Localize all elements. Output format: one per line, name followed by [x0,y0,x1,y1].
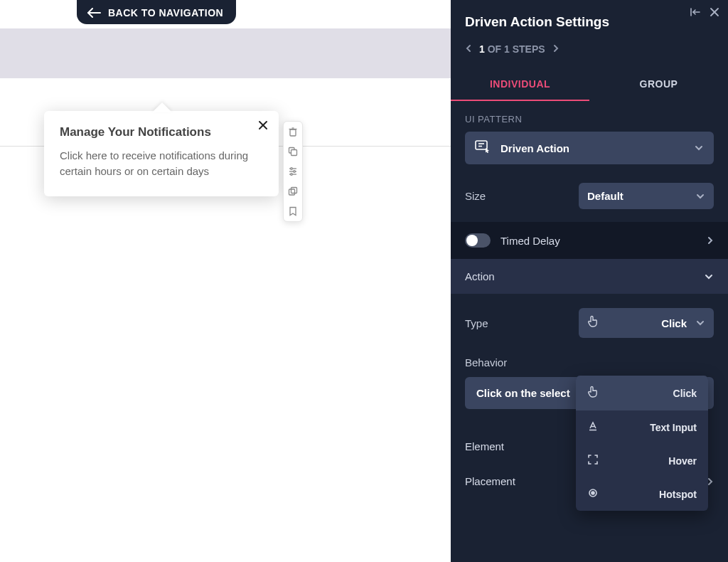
type-option-label: Text Input [609,422,697,433]
timed-delay-toggle[interactable] [465,233,491,248]
tab-group[interactable]: GROUP [589,70,728,101]
arrow-left-icon [87,8,101,18]
bookmark-icon[interactable] [287,206,299,217]
step-next-button[interactable] [552,43,560,55]
size-label: Size [465,190,570,202]
ui-pattern-label: UI PATTERN [451,101,728,132]
type-row: Type Click [451,294,728,351]
svg-point-11 [294,171,296,173]
action-label: Action [465,270,495,282]
size-select[interactable]: Default [579,183,714,209]
ui-pattern-value: Driven Action [500,142,684,154]
pointer-icon [587,386,599,401]
svg-rect-6 [291,150,297,156]
type-option-hotspot[interactable]: Hotspot [576,477,708,511]
behavior-label-row: Behavior [451,351,728,373]
hotspot-icon [587,487,599,501]
step-navigator: 1 OF 1 STEPS [451,43,728,61]
type-value: Click [607,317,687,329]
trash-icon[interactable] [287,126,299,137]
step-prev-button[interactable] [465,43,472,55]
chevron-down-icon [694,144,704,152]
type-label: Type [465,317,570,329]
pointer-icon [587,315,599,331]
back-button-label: BACK TO NAVIGATION [108,7,223,18]
chevron-down-icon [695,193,705,200]
copy-icon[interactable] [287,146,299,157]
chevron-down-icon [704,273,714,280]
chevron-right-icon [707,235,714,245]
panel-title: Driven Action Settings [451,0,728,43]
behavior-label: Behavior [465,356,714,369]
tooltip-title: Manage Your Notifications [60,125,263,139]
timed-delay-label: Timed Delay [500,235,560,247]
chevron-down-icon [695,319,705,327]
svg-rect-19 [476,141,487,149]
type-option-label: Hover [609,455,697,467]
behavior-value: Click on the select [476,387,570,399]
expand-icon [587,454,599,467]
type-option-click[interactable]: Click [576,376,708,410]
collapse-icon[interactable] [690,7,701,20]
tab-individual[interactable]: INDIVIDUAL [451,70,589,101]
ui-pattern-select[interactable]: Driven Action [465,132,714,164]
sliders-icon[interactable] [287,166,299,177]
type-dropdown: Click Text Input Hover Hotspot [576,376,708,511]
action-section-header[interactable]: Action [451,259,728,294]
type-option-label: Click [609,388,697,399]
step-indicator: 1 OF 1 STEPS [479,43,545,55]
editor-canvas: BACK TO NAVIGATION Manage Your Notificat… [0,0,451,562]
svg-point-25 [592,492,594,494]
canvas-header-band [0,28,451,78]
element-label: Element [465,440,504,452]
duplicate-icon[interactable] [287,186,299,197]
type-select[interactable]: Click [579,308,714,338]
step-icon-toolbar [283,121,303,222]
type-option-label: Hotspot [609,489,697,500]
size-row: Size Default [451,177,728,222]
close-icon[interactable] [257,120,269,134]
tooltip-body: Click here to receive notifications duri… [60,148,263,179]
timed-delay-row[interactable]: Timed Delay [451,222,728,259]
svg-rect-14 [291,188,297,193]
back-to-navigation-button[interactable]: BACK TO NAVIGATION [77,0,236,24]
svg-point-10 [291,168,293,170]
svg-point-12 [291,174,293,176]
svg-rect-13 [289,189,295,195]
type-option-hover[interactable]: Hover [576,444,708,477]
placement-label: Placement [465,475,515,487]
type-option-text-input[interactable]: Text Input [576,410,708,444]
size-value: Default [587,190,687,202]
notification-tooltip[interactable]: Manage Your Notifications Click here to … [44,111,279,196]
text-input-icon [587,420,599,434]
close-panel-icon[interactable] [710,7,719,20]
settings-tabstrip: INDIVIDUAL GROUP [451,70,728,101]
driven-action-icon [475,140,491,156]
settings-panel: Driven Action Settings 1 OF 1 STEPS INDI… [451,0,728,562]
svg-rect-3 [290,129,296,136]
